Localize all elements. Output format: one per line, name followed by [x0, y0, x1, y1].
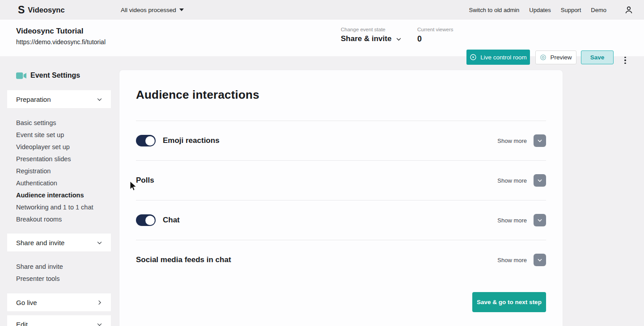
- videosync-brand[interactable]: S Videosync: [18, 0, 65, 20]
- sidebar-item-share-and-invite[interactable]: Share and invite: [16, 261, 111, 273]
- event-title-block: Videosync Tutorial https://demo.videosyn…: [16, 27, 106, 46]
- expand-chevron-button[interactable]: [534, 214, 546, 226]
- sidebar-item-audience-interactions[interactable]: Audience interactions: [16, 189, 111, 201]
- play-circle-icon: [470, 54, 477, 61]
- feature-label: Emoji reactions: [163, 136, 220, 145]
- show-more-link[interactable]: Show more: [497, 138, 527, 144]
- chevron-down-icon: [537, 217, 543, 223]
- expand-chevron-button[interactable]: [534, 174, 546, 187]
- chevron-down-icon: [537, 138, 543, 144]
- event-header: Videosync Tutorial https://demo.videosyn…: [0, 20, 644, 56]
- sidebar-item-presentation-slides[interactable]: Presentation slides: [16, 153, 111, 165]
- link-demo[interactable]: Demo: [591, 7, 606, 13]
- live-control-room-button[interactable]: Live control room: [466, 50, 530, 65]
- chevron-down-icon: [537, 257, 543, 263]
- chevron-down-icon: [96, 321, 103, 326]
- sidebar-title: Event Settings: [16, 71, 80, 79]
- feature-label: Chat: [163, 216, 180, 225]
- event-state-value: Share & invite: [341, 34, 391, 43]
- expand-chevron-button[interactable]: [534, 254, 546, 266]
- event-title: Videosync Tutorial: [16, 27, 106, 36]
- sidebar-section-go-live[interactable]: Go live: [7, 293, 111, 311]
- sidebar-item-event-site-set-up[interactable]: Event site set up: [16, 129, 111, 141]
- more-options-kebab-icon[interactable]: [622, 53, 629, 68]
- sidebar-section-preparation[interactable]: Preparation: [7, 90, 111, 108]
- user-account-icon[interactable]: [624, 5, 633, 14]
- share-items: Share and invite Presenter tools: [16, 261, 111, 285]
- save-and-next-step-button[interactable]: Save & go to next step: [472, 292, 546, 312]
- sidebar-item-presenter-tools[interactable]: Presenter tools: [16, 273, 111, 285]
- expand-chevron-button[interactable]: [534, 134, 546, 147]
- link-switch-old-admin[interactable]: Switch to old admin: [469, 7, 520, 13]
- sidebar-item-networking[interactable]: Networking and 1 to 1 chat: [16, 201, 111, 213]
- current-viewers-block: Current viewers 0: [417, 27, 453, 44]
- video-camera-icon: [16, 72, 26, 79]
- videos-processed-label: All videos processed: [121, 7, 176, 13]
- event-state-dropdown[interactable]: Share & invite: [341, 34, 402, 43]
- sidebar-item-basic-settings[interactable]: Basic settings: [16, 117, 111, 129]
- feature-row-emoji-reactions: Emoji reactions Show more: [136, 121, 546, 160]
- videosync-logo-icon: S: [18, 5, 25, 15]
- chat-toggle[interactable]: [136, 214, 156, 226]
- link-updates[interactable]: Updates: [529, 7, 551, 13]
- current-viewers-count: 0: [417, 34, 453, 44]
- top-bar: S Videosync All videos processed Switch …: [0, 0, 644, 20]
- chevron-down-icon: [537, 177, 543, 184]
- event-state-block: Change event state Share & invite: [341, 27, 402, 43]
- change-event-state-label: Change event state: [341, 27, 402, 32]
- event-url[interactable]: https://demo.videosync.fi/tutorial: [16, 38, 106, 46]
- audience-interactions-panel: Audience interactions Emoji reactions Sh…: [119, 70, 563, 326]
- current-viewers-label: Current viewers: [417, 27, 453, 32]
- emoji-reactions-toggle[interactable]: [136, 135, 156, 146]
- feature-row-chat: Chat Show more: [136, 201, 546, 240]
- sidebar-item-authentication[interactable]: Authentication: [16, 177, 111, 189]
- sidebar-section-share-and-invite[interactable]: Share and invite: [7, 234, 111, 251]
- preview-button[interactable]: Preview: [535, 50, 576, 64]
- chevron-down-icon: [395, 36, 402, 42]
- save-button[interactable]: Save: [581, 50, 614, 64]
- feature-row-polls: Polls Show more: [136, 161, 546, 200]
- link-support[interactable]: Support: [561, 7, 581, 13]
- videos-processed-dropdown[interactable]: All videos processed: [121, 0, 184, 20]
- eye-icon: [540, 54, 547, 61]
- feature-label: Polls: [136, 176, 154, 185]
- show-more-link[interactable]: Show more: [497, 257, 527, 263]
- chevron-down-icon: [96, 96, 103, 103]
- show-more-link[interactable]: Show more: [497, 217, 527, 224]
- feature-row-social-media-feeds: Social media feeds in chat Show more: [136, 240, 546, 280]
- caret-down-icon: [179, 8, 184, 11]
- sidebar-item-registration[interactable]: Registration: [16, 165, 111, 177]
- show-more-link[interactable]: Show more: [497, 177, 527, 184]
- sidebar-item-breakout-rooms[interactable]: Breakout rooms: [16, 213, 111, 226]
- feature-label: Social media feeds in chat: [136, 255, 231, 264]
- sidebar-section-edit[interactable]: Edit: [7, 315, 111, 326]
- topbar-links: Switch to old admin Updates Support Demo: [469, 0, 633, 20]
- preparation-items: Basic settings Event site set up Videopl…: [16, 117, 111, 226]
- page-title: Audience interactions: [136, 88, 546, 102]
- chevron-right-icon: [96, 299, 103, 306]
- sidebar-item-videoplayer-set-up[interactable]: Videoplayer set up: [16, 141, 111, 153]
- chevron-down-icon: [96, 239, 103, 246]
- brand-name: Videosync: [28, 6, 64, 14]
